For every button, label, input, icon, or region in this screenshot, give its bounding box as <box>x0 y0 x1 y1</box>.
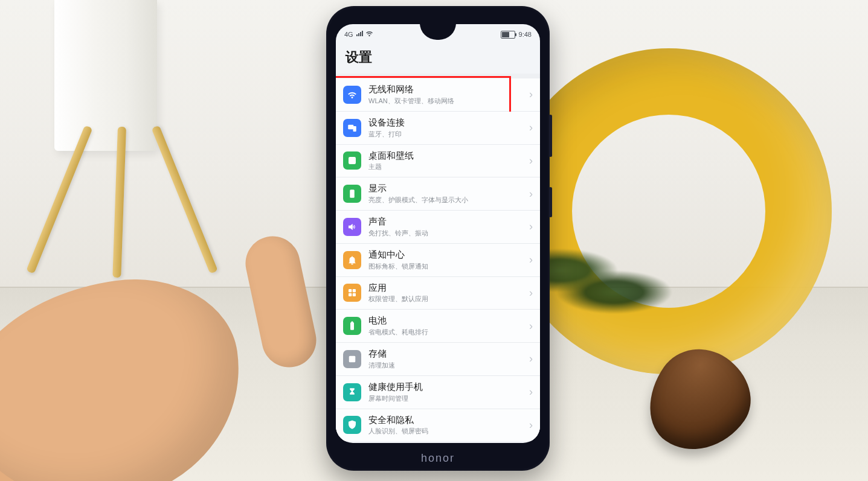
chevron-right-icon: › <box>529 352 533 365</box>
section-gap <box>336 74 540 78</box>
row-subtitle: WLAN、双卡管理、移动网络 <box>368 97 526 106</box>
row-text: 桌面和壁纸主题 <box>368 150 526 172</box>
row-text: 无线和网络WLAN、双卡管理、移动网络 <box>368 84 526 106</box>
chevron-right-icon: › <box>529 253 533 266</box>
sound-icon <box>343 218 361 236</box>
settings-row-security[interactable]: 安全和隐私人脸识别、锁屏密码› <box>336 409 540 442</box>
chevron-right-icon: › <box>529 320 533 333</box>
wifi-icon <box>343 86 361 104</box>
chevron-right-icon: › <box>529 386 533 398</box>
apps-icon <box>343 284 361 302</box>
row-subtitle: 蓝牙、打印 <box>368 130 526 139</box>
svg-rect-10 <box>352 322 353 323</box>
row-text: 声音免打扰、铃声、振动 <box>368 216 526 238</box>
settings-header: 设置 <box>336 42 540 74</box>
devices-icon <box>343 119 361 137</box>
row-title: 通知中心 <box>368 249 526 261</box>
settings-row-home[interactable]: 桌面和壁纸主题› <box>336 145 540 178</box>
page-title: 设置 <box>346 48 530 66</box>
row-text: 电池省电模式、耗电排行 <box>368 315 526 337</box>
svg-rect-8 <box>353 293 356 296</box>
chevron-right-icon: › <box>529 287 533 299</box>
row-subtitle: 人脸识别、锁屏密码 <box>368 427 526 436</box>
bell-icon <box>343 251 361 269</box>
network-indicator: 4G <box>344 31 353 38</box>
row-subtitle: 清理加速 <box>368 361 526 370</box>
settings-row-notify[interactable]: 通知中心图标角标、锁屏通知› <box>336 244 540 277</box>
row-text: 安全和隐私人脸识别、锁屏密码 <box>368 415 526 436</box>
svg-rect-0 <box>348 124 353 129</box>
chevron-right-icon: › <box>529 154 533 167</box>
row-title: 显示 <box>368 183 526 194</box>
svg-point-4 <box>351 193 353 195</box>
svg-rect-1 <box>353 126 356 132</box>
chevron-right-icon: › <box>529 188 533 200</box>
display-icon <box>343 185 361 203</box>
settings-row-display[interactable]: 显示亮度、护眼模式、字体与显示大小› <box>336 177 540 211</box>
chevron-right-icon: › <box>529 121 533 134</box>
settings-list[interactable]: 无线和网络WLAN、双卡管理、移动网络›设备连接蓝牙、打印›桌面和壁纸主题›显示… <box>336 78 540 441</box>
row-subtitle: 图标角标、锁屏通知 <box>368 262 526 271</box>
shield-icon <box>343 416 361 434</box>
row-text: 显示亮度、护眼模式、字体与显示大小 <box>368 183 526 205</box>
clock: 9:48 <box>519 31 532 38</box>
chevron-right-icon: › <box>529 88 533 101</box>
hand-holding-phone <box>0 211 302 481</box>
phone-brand-label: honor <box>326 452 550 465</box>
settings-row-battery[interactable]: 电池省电模式、耗电排行› <box>336 310 540 343</box>
svg-rect-7 <box>349 293 352 296</box>
row-subtitle: 权限管理、默认应用 <box>368 295 526 304</box>
row-text: 健康使用手机屏幕时间管理 <box>368 381 526 403</box>
wallpaper-icon <box>343 151 361 170</box>
settings-row-apps[interactable]: 应用权限管理、默认应用› <box>336 277 540 310</box>
wifi-icon <box>365 31 373 38</box>
chevron-right-icon: › <box>529 419 533 432</box>
row-title: 桌面和壁纸 <box>368 150 526 162</box>
svg-rect-9 <box>350 322 354 330</box>
chevron-right-icon: › <box>529 220 533 233</box>
row-title: 设备连接 <box>368 117 526 129</box>
svg-rect-6 <box>353 289 356 292</box>
phone-screen: 4G 9:48 设置 <box>336 24 540 443</box>
hourglass-icon <box>343 383 361 401</box>
row-subtitle: 主题 <box>368 162 526 171</box>
settings-row-devices[interactable]: 设备连接蓝牙、打印› <box>336 112 540 145</box>
battery-icon <box>343 317 361 335</box>
signal-icon <box>356 31 363 38</box>
status-right: 9:48 <box>501 31 532 39</box>
row-text: 设备连接蓝牙、打印 <box>368 117 526 139</box>
white-vase <box>54 0 157 151</box>
row-subtitle: 亮度、护眼模式、字体与显示大小 <box>368 196 526 205</box>
svg-rect-2 <box>349 157 356 164</box>
row-title: 存储 <box>368 348 526 360</box>
volume-button <box>549 115 552 157</box>
row-text: 存储清理加速 <box>368 348 526 370</box>
settings-row-storage[interactable]: 存储清理加速› <box>336 343 540 376</box>
settings-row-wireless[interactable]: 无线和网络WLAN、双卡管理、移动网络› <box>336 78 540 112</box>
photo-scene: 4G 9:48 设置 <box>0 0 868 481</box>
storage-icon <box>343 350 361 368</box>
row-text: 应用权限管理、默认应用 <box>368 282 526 304</box>
yellow-ring-decoration <box>506 48 832 374</box>
status-left: 4G <box>344 31 373 38</box>
phone-frame: 4G 9:48 设置 <box>326 6 550 471</box>
row-title: 安全和隐私 <box>368 415 526 426</box>
row-title: 应用 <box>368 282 526 294</box>
power-button <box>549 187 552 217</box>
row-subtitle: 免打扰、铃声、振动 <box>368 229 526 238</box>
row-title: 无线和网络 <box>368 84 526 95</box>
row-text: 通知中心图标角标、锁屏通知 <box>368 249 526 271</box>
row-subtitle: 省电模式、耗电排行 <box>368 328 526 337</box>
row-title: 健康使用手机 <box>368 381 526 393</box>
settings-row-digital[interactable]: 健康使用手机屏幕时间管理› <box>336 376 540 409</box>
row-title: 声音 <box>368 216 526 228</box>
battery-icon <box>501 31 515 39</box>
svg-rect-5 <box>349 289 352 292</box>
row-title: 电池 <box>368 315 526 327</box>
row-subtitle: 屏幕时间管理 <box>368 394 526 403</box>
settings-row-sound[interactable]: 声音免打扰、铃声、振动› <box>336 211 540 244</box>
